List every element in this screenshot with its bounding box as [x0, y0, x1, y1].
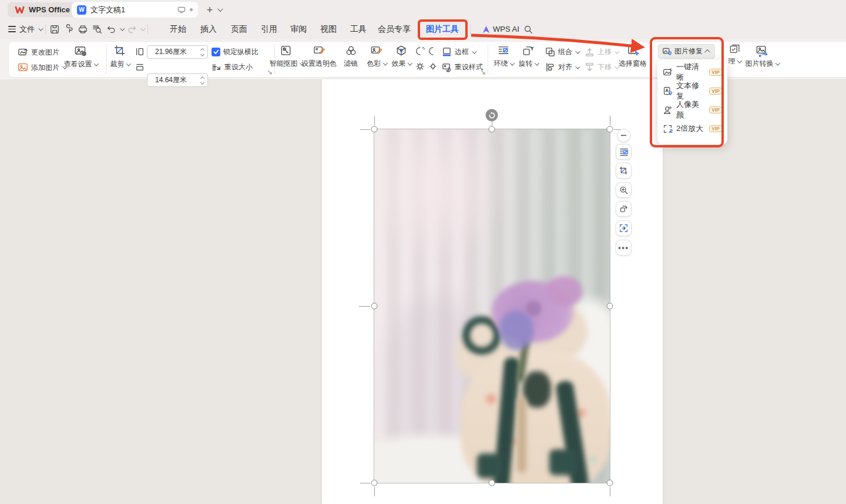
doc-title: 文字文稿1 [90, 5, 173, 15]
divider [147, 25, 148, 34]
height-icon [135, 47, 145, 56]
float-wrap-button[interactable] [616, 144, 632, 160]
hamburger-icon[interactable] [8, 24, 16, 34]
undo-chevron-icon[interactable] [120, 26, 125, 31]
wps-home-button[interactable]: WPS Office [8, 2, 77, 17]
float-scale-button[interactable] [616, 220, 632, 236]
color-icon [371, 45, 383, 57]
resize-handle-se[interactable] [607, 480, 613, 486]
reset-size-button[interactable]: 重设大小 [212, 62, 253, 72]
resize-handle-ne[interactable] [607, 126, 613, 133]
dialog-launcher-icon[interactable] [481, 70, 486, 75]
brightness-up-icon[interactable] [415, 62, 425, 71]
undo-icon[interactable] [106, 25, 116, 34]
resize-handle-sw[interactable] [371, 480, 378, 486]
titlebar: WPS Office W 文字文稿1 + [0, 0, 846, 19]
guide-line [610, 116, 610, 125]
rotate-handle[interactable] [486, 109, 498, 122]
file-menu-chevron-icon[interactable] [38, 26, 43, 31]
export-pdf-icon[interactable] [63, 24, 74, 35]
contrast-down-icon[interactable] [428, 46, 438, 56]
menu-reference[interactable]: 引用 [258, 19, 280, 39]
float-crop-button[interactable] [616, 163, 632, 179]
filter-button[interactable]: 滤镜 [344, 45, 358, 69]
menu-member[interactable]: 会员专享 [375, 19, 413, 39]
document-tab[interactable]: W 文字文稿1 [72, 2, 198, 18]
menu-page[interactable]: 页面 [229, 19, 250, 39]
toolbar-more-chevron-icon[interactable] [140, 26, 145, 31]
brightness-down-icon[interactable] [428, 62, 438, 71]
file-menu[interactable]: 文件 [19, 24, 35, 35]
menu-insert[interactable]: 插入 [198, 19, 219, 39]
float-rotate-button[interactable] [616, 201, 632, 217]
color-button[interactable]: 色彩 [367, 45, 387, 69]
float-zoom-button[interactable] [616, 182, 632, 198]
divider [45, 25, 46, 34]
resize-handle-e[interactable] [607, 303, 613, 310]
width-icon [135, 62, 145, 72]
menu-review[interactable]: 审阅 [288, 19, 309, 39]
new-tab-button[interactable]: + [203, 4, 216, 16]
width-spinner[interactable]: 14.64厘米 [147, 73, 208, 87]
annotation-box-picture-tools [418, 19, 468, 40]
dialog-launcher-icon[interactable] [267, 70, 273, 75]
zoom-in-icon [619, 186, 628, 194]
smart-cutout-button[interactable]: 智能抠图 [270, 45, 303, 69]
photo-drawstring [517, 397, 526, 473]
contrast-up-icon[interactable] [415, 46, 425, 56]
border-icon [442, 47, 452, 57]
effect-button[interactable]: 效果 [392, 45, 411, 69]
transparent-color-icon [313, 45, 325, 57]
print-icon[interactable] [78, 24, 88, 35]
reset-style-button[interactable]: 重设样式 [442, 62, 483, 72]
batch-process-button[interactable]: 理 [728, 43, 741, 66]
spinner-arrows-icon[interactable] [201, 49, 204, 56]
set-transparent-button[interactable]: 设置透明色 [301, 45, 337, 69]
group-divider [106, 45, 107, 74]
inserted-photo[interactable] [374, 129, 610, 483]
menu-tools[interactable]: 工具 [348, 19, 369, 39]
reset-size-icon [212, 62, 221, 72]
guide-line [359, 306, 370, 307]
crop-button[interactable]: 裁剪 [110, 45, 130, 69]
add-picture-button[interactable]: 添加图片 [18, 62, 66, 73]
rotate-icon [619, 204, 628, 213]
print-preview-icon[interactable] [92, 24, 103, 35]
resize-handle-w[interactable] [371, 303, 378, 310]
guide-line [360, 483, 370, 483]
resize-handle-s[interactable] [489, 480, 495, 486]
doc-type-icon: W [77, 5, 86, 15]
photo-buckle-right [549, 449, 576, 475]
picture-convert-button[interactable]: 图片转换 [746, 45, 779, 69]
lock-aspect-checkbox[interactable]: 锁定纵横比 [212, 47, 258, 57]
photo-knot [523, 371, 551, 408]
photo-buckle-left [477, 453, 502, 478]
crop-icon [619, 166, 628, 175]
checkbox-checked-icon[interactable] [212, 48, 220, 56]
redo-icon [127, 25, 137, 34]
effect-icon [395, 45, 408, 57]
resize-handle-n[interactable] [489, 126, 495, 133]
filter-icon [345, 45, 357, 57]
guide-line [374, 487, 375, 496]
float-more-button[interactable]: ••• [616, 240, 632, 256]
tab-list-chevron-icon[interactable] [217, 6, 223, 12]
save-icon[interactable] [49, 24, 60, 35]
align-button[interactable]: 对齐 [545, 62, 579, 72]
guide-line [610, 487, 610, 496]
move-down-button-disabled: 下移 [585, 62, 618, 72]
view-settings-button[interactable]: 查看设置 [64, 45, 98, 69]
height-spinner[interactable]: 21.96厘米 [147, 45, 208, 59]
menu-view[interactable]: 视图 [318, 19, 339, 39]
change-picture-button[interactable]: 更改图片 [18, 47, 59, 58]
menu-home[interactable]: 开始 [167, 19, 189, 39]
photo-flowers-violet [499, 310, 534, 350]
view-settings-icon [74, 45, 87, 58]
resize-handle-nw[interactable] [371, 126, 378, 133]
align-icon [545, 62, 555, 72]
collapse-toolbar-button[interactable] [617, 129, 630, 142]
photo-flower-accent [526, 301, 541, 316]
spinner-arrows-icon[interactable] [201, 77, 204, 84]
change-picture-icon [18, 47, 28, 58]
wps-logo-icon [15, 6, 25, 14]
